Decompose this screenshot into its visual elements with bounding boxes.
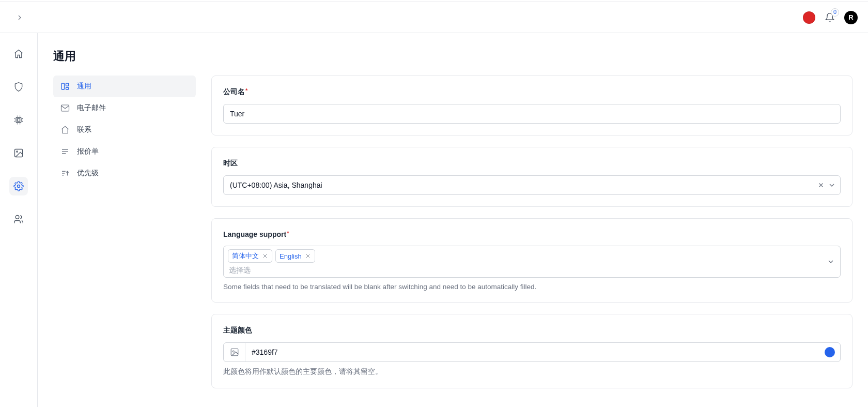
mail-icon [60, 103, 70, 113]
theme-color-input[interactable] [245, 343, 825, 361]
timezone-card: 时区 (UTC+08:00) Asia, Shanghai [211, 147, 853, 207]
timezone-value: (UTC+08:00) Asia, Shanghai [230, 181, 322, 189]
svg-rect-0 [16, 117, 21, 123]
svg-rect-17 [61, 105, 69, 111]
language-multiselect[interactable]: 简体中文 English [223, 246, 841, 278]
home-icon [60, 125, 70, 134]
language-chip-en: English [275, 249, 315, 263]
svg-point-11 [17, 151, 18, 153]
layout-icon [60, 82, 70, 91]
side-tab-label: 优先级 [77, 169, 99, 178]
list-icon [60, 147, 70, 156]
svg-rect-14 [61, 83, 64, 89]
recording-indicator[interactable] [803, 11, 815, 24]
avatar-initial: R [848, 13, 853, 21]
settings-side-tabs: 通用 电子邮件 联系 [53, 76, 196, 388]
color-swatch [825, 347, 835, 357]
timezone-label: 时区 [223, 159, 841, 168]
language-label: Language support* [223, 230, 841, 238]
nav-settings[interactable] [9, 177, 28, 195]
chevron-down-icon[interactable] [828, 181, 836, 189]
theme-color-control [223, 342, 841, 362]
svg-rect-30 [231, 349, 238, 356]
language-card: Language support* 简体中文 English [211, 218, 853, 303]
required-asterisk: * [245, 87, 247, 94]
label-text: 公司名 [223, 87, 245, 96]
settings-layout: 通用 电子邮件 联系 [53, 76, 853, 388]
side-tab-label: 通用 [77, 82, 91, 91]
svg-rect-15 [66, 83, 69, 86]
header-right: 0 R [803, 11, 858, 24]
chip-remove-icon[interactable] [305, 253, 311, 259]
color-picker-icon[interactable] [224, 343, 245, 361]
clear-icon[interactable] [817, 182, 825, 189]
chevron-down-icon[interactable] [827, 258, 835, 266]
theme-label: 主题颜色 [223, 326, 841, 335]
notification-badge: 0 [831, 8, 839, 17]
svg-rect-1 [18, 119, 20, 122]
app-header: 0 R [0, 2, 868, 33]
side-tab-label: 电子邮件 [77, 103, 106, 113]
multiselect-placeholder: 选择选 [228, 266, 822, 275]
settings-form: 公司名* 时区 (UTC+08:00) Asia, Shanghai [211, 76, 853, 388]
svg-point-13 [16, 216, 19, 219]
chevron-right-icon[interactable] [14, 12, 25, 23]
side-tab-general[interactable]: 通用 [53, 76, 196, 97]
theme-card: 主题颜色 此颜色将用作默认颜色的主要颜色，请将其留空。 [211, 314, 853, 388]
theme-help-text: 此颜色将用作默认颜色的主要颜色，请将其留空。 [223, 367, 841, 376]
chip-remove-icon[interactable] [262, 253, 268, 259]
page-title: 通用 [53, 49, 853, 64]
chip-label: English [280, 252, 302, 260]
svg-point-12 [18, 185, 20, 188]
language-help-text: Some fields that need to be translated w… [223, 283, 841, 291]
nav-image[interactable] [9, 144, 28, 162]
avatar[interactable]: R [844, 11, 858, 24]
language-chip-zh: 简体中文 [228, 249, 272, 263]
company-label: 公司名* [223, 87, 841, 97]
nav-rail [0, 33, 38, 407]
select-actions [817, 181, 836, 189]
sort-ascending-icon [60, 169, 70, 178]
svg-rect-16 [66, 87, 69, 89]
side-tab-contact[interactable]: 联系 [53, 119, 196, 141]
label-text: Language support [223, 230, 286, 238]
required-asterisk: * [287, 230, 289, 236]
side-tab-email[interactable]: 电子邮件 [53, 97, 196, 119]
company-input[interactable] [223, 104, 841, 124]
company-card: 公司名* [211, 76, 853, 135]
nav-security[interactable] [9, 78, 28, 96]
side-tab-label: 联系 [77, 125, 91, 134]
side-tab-quotation[interactable]: 报价单 [53, 141, 196, 162]
side-tab-priority[interactable]: 优先级 [53, 162, 196, 184]
header-left [14, 12, 25, 23]
nav-users[interactable] [9, 210, 28, 229]
chip-row: 简体中文 English [228, 249, 822, 263]
timezone-select[interactable]: (UTC+08:00) Asia, Shanghai [223, 175, 841, 195]
app-shell: 通用 通用 电子邮件 [0, 33, 868, 407]
nav-cpu[interactable] [9, 111, 28, 129]
side-tab-label: 报价单 [77, 147, 99, 156]
main-content: 通用 通用 电子邮件 [38, 33, 868, 407]
nav-home[interactable] [9, 44, 28, 63]
chip-label: 简体中文 [232, 251, 259, 261]
notifications-button[interactable]: 0 [825, 12, 835, 23]
svg-point-31 [233, 351, 234, 352]
